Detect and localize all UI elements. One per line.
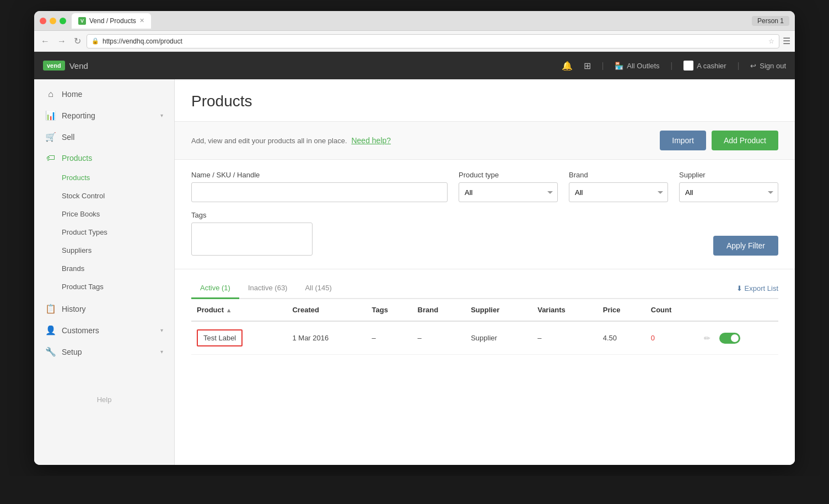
product-type-select[interactable]: All (459, 182, 558, 202)
col-tags: Tags (367, 299, 412, 321)
signout-icon: ↩ (750, 62, 756, 70)
info-text: Add, view and edit your products all in … (191, 136, 391, 145)
product-brand: – (412, 321, 466, 355)
separator3: | (738, 61, 740, 70)
product-supplier: Supplier (465, 321, 532, 355)
forward-button[interactable]: → (55, 35, 68, 47)
address-bar[interactable]: 🔒 https://vendhq.com/product ☆ (87, 34, 779, 48)
ssl-icon: 🔒 (91, 37, 99, 45)
cashier-button[interactable]: A cashier (683, 61, 726, 71)
cashier-avatar (683, 61, 693, 71)
browser-toolbar: ← → ↻ 🔒 https://vendhq.com/product ☆ ☰ (34, 31, 795, 52)
product-actions-cell: ✏ (698, 321, 778, 355)
setup-icon: 🔧 (45, 346, 56, 357)
name-filter-input[interactable] (191, 182, 448, 202)
col-supplier: Supplier (465, 299, 532, 321)
tab-active[interactable]: Active (1) (191, 278, 239, 299)
sidebar-item-history[interactable]: 📋 History (34, 298, 174, 319)
export-label: Export List (745, 284, 778, 292)
app-wrapper: vend Vend 🔔 ⊞ | 🏪 All Outlets | A cashie… (34, 52, 795, 465)
sidebar-item-reporting[interactable]: 📊 Reporting ▾ (34, 105, 174, 126)
product-name-highlighted: Test Label (197, 329, 243, 346)
sidebar-subitem-stock-control[interactable]: Stock Control (34, 187, 174, 205)
tab-favicon: V (78, 17, 86, 25)
signout-label: Sign out (760, 62, 786, 70)
page-title: Products (191, 93, 778, 110)
supplier-label: Supplier (679, 171, 778, 179)
bookmark-icon[interactable]: ☆ (768, 37, 774, 45)
sidebar-help[interactable]: Help (34, 384, 174, 415)
export-list-button[interactable]: ⬇ Export List (736, 284, 778, 292)
sidebar-subitem-products[interactable]: Products (34, 169, 174, 187)
product-table: Product ▲ Created Tags Brand Supplier Va… (191, 299, 778, 355)
col-product: Product ▲ (191, 299, 287, 321)
browser-window: V Vend / Products ✕ Person 1 ← → ↻ 🔒 htt… (34, 11, 795, 465)
sidebar-item-products[interactable]: 🏷 Products (34, 148, 174, 169)
minimize-button[interactable] (50, 18, 56, 24)
table-row: Test Label 1 Mar 2016 – – Supplier – 4.5… (191, 321, 778, 355)
product-name-cell[interactable]: Test Label (191, 321, 287, 355)
separator: | (602, 61, 604, 70)
sort-arrow-icon[interactable]: ▲ (226, 307, 232, 313)
table-section: Active (1) Inactive (63) All (145) ⬇ Exp… (175, 269, 795, 364)
supplier-select[interactable]: All (679, 182, 778, 202)
add-product-button[interactable]: Add Product (712, 131, 778, 150)
filter-group-tags: Tags (191, 211, 313, 256)
product-type-label: Product type (459, 171, 558, 179)
sidebar-subitem-suppliers[interactable]: Suppliers (34, 241, 174, 259)
separator2: | (671, 61, 673, 70)
brand-select[interactable]: All (569, 182, 668, 202)
browser-tab[interactable]: V Vend / Products ✕ (72, 13, 151, 29)
tags-input[interactable] (191, 223, 313, 256)
td-actions: ✏ (704, 333, 773, 344)
sidebar-item-sell[interactable]: 🛒 Sell (34, 126, 174, 148)
close-button[interactable] (40, 18, 46, 24)
grid-icon[interactable]: ⊞ (584, 61, 591, 71)
sidebar-subitem-product-tags[interactable]: Product Tags (34, 278, 174, 296)
info-banner: Add, view and edit your products all in … (175, 121, 795, 160)
chevron-down-icon-customers: ▾ (160, 327, 163, 333)
col-variants: Variants (532, 299, 597, 321)
maximize-button[interactable] (60, 18, 66, 24)
tab-close-icon[interactable]: ✕ (139, 17, 144, 24)
count-value: 0 (651, 334, 655, 342)
traffic-lights (40, 18, 66, 24)
cashier-label: A cashier (697, 62, 726, 70)
sidebar-subitem-product-types[interactable]: Product Types (34, 223, 174, 241)
filter-row-tags: Tags Apply Filter (191, 211, 778, 256)
tab-all-label: All (145) (305, 284, 331, 292)
browser-titlebar: V Vend / Products ✕ Person 1 (34, 11, 795, 31)
back-button[interactable]: ← (39, 35, 52, 47)
sidebar-item-setup[interactable]: 🔧 Setup ▾ (34, 341, 174, 362)
sidebar-subitem-price-books[interactable]: Price Books (34, 205, 174, 223)
brand-label: Brand (569, 171, 668, 179)
product-variants: – (532, 321, 597, 355)
top-nav: vend Vend 🔔 ⊞ | 🏪 All Outlets | A cashie… (34, 52, 795, 79)
need-help-link[interactable]: Need help? (351, 136, 391, 145)
sidebar-item-customers[interactable]: 👤 Customers ▾ (34, 319, 174, 341)
history-icon: 📋 (45, 304, 56, 314)
edit-icon[interactable]: ✏ (704, 334, 710, 343)
col-count: Count (645, 299, 699, 321)
import-button[interactable]: Import (660, 131, 706, 150)
sidebar-item-home[interactable]: ⌂ Home (34, 84, 174, 105)
outlets-label: All Outlets (627, 62, 659, 70)
refresh-button[interactable]: ↻ (72, 35, 83, 47)
sidebar-subitem-brands[interactable]: Brands (34, 259, 174, 278)
browser-menu-icon[interactable]: ☰ (783, 36, 790, 46)
product-price: 4.50 (597, 321, 645, 355)
main-layout: ⌂ Home 📊 Reporting ▾ 🛒 Sell 🏷 Products (34, 79, 795, 465)
signout-button[interactable]: ↩ Sign out (750, 62, 786, 70)
notification-icon[interactable]: 🔔 (562, 61, 573, 71)
tab-title: Vend / Products (89, 17, 136, 25)
filter-row-1: Name / SKU / Handle Product type All Bra… (191, 171, 778, 202)
tab-inactive[interactable]: Inactive (63) (239, 278, 297, 299)
tab-all[interactable]: All (145) (296, 278, 340, 299)
product-created: 1 Mar 2016 (287, 321, 366, 355)
active-toggle[interactable] (719, 333, 740, 344)
apply-filter-button[interactable]: Apply Filter (713, 236, 778, 256)
sell-icon: 🛒 (45, 132, 56, 142)
filter-group-name: Name / SKU / Handle (191, 171, 448, 202)
chevron-down-icon-setup: ▾ (160, 349, 163, 355)
outlets-button[interactable]: 🏪 All Outlets (615, 62, 659, 70)
